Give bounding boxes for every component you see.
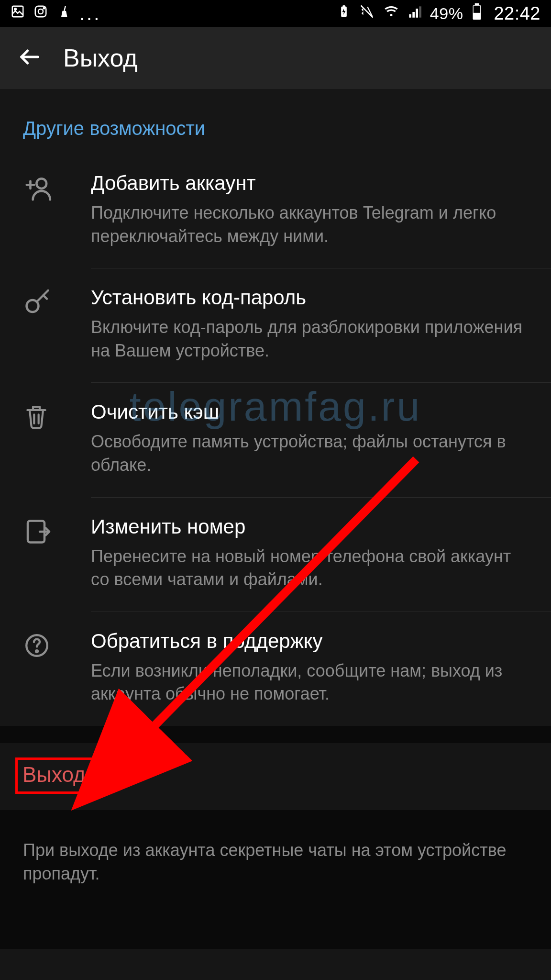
footer: При выходе из аккаунта секретные чаты на… xyxy=(0,810,551,949)
footer-note: При выходе из аккаунта секретные чаты на… xyxy=(0,810,551,885)
item-passcode[interactable]: Установить код-пароль Включите код-парол… xyxy=(0,268,551,382)
item-title: Изменить номер xyxy=(91,515,532,538)
battery-percentage: 49% xyxy=(430,4,463,23)
logout-row[interactable]: Выход xyxy=(0,743,551,810)
item-change-number[interactable]: Изменить номер Перенесите на новый номер… xyxy=(0,497,551,612)
item-title: Очистить кэш xyxy=(91,401,532,423)
app-bar: Выход xyxy=(0,27,551,89)
options-list: Добавить аккаунт Подключите несколько ак… xyxy=(0,154,551,726)
section-divider xyxy=(0,726,551,743)
item-add-account[interactable]: Добавить аккаунт Подключите несколько ак… xyxy=(0,154,551,268)
svg-rect-8 xyxy=(475,3,479,5)
clock: 22:42 xyxy=(494,3,540,24)
status-bar: ... 49% 22:42 xyxy=(0,0,551,27)
svg-point-3 xyxy=(38,9,43,14)
battery-charging-icon xyxy=(337,4,351,22)
swap-icon xyxy=(23,517,52,548)
section-heading: Другие возможности xyxy=(0,89,551,154)
svg-rect-6 xyxy=(343,5,345,7)
item-title: Установить код-пароль xyxy=(91,286,532,309)
item-support[interactable]: Обратиться в поддержку Если возникли неп… xyxy=(0,612,551,726)
wifi-icon xyxy=(383,4,399,22)
item-subtitle: Перенесите на новый номер телефона свой … xyxy=(91,545,532,591)
svg-point-1 xyxy=(14,8,16,10)
trash-icon xyxy=(23,402,50,433)
vibrate-icon xyxy=(359,4,375,22)
svg-point-10 xyxy=(36,178,46,189)
item-subtitle: Если возникли неполадки, сообщите нам; в… xyxy=(91,659,532,706)
page-title: Выход xyxy=(63,44,138,72)
svg-point-14 xyxy=(36,650,38,652)
back-button[interactable] xyxy=(17,45,42,71)
add-user-icon xyxy=(23,174,53,205)
item-subtitle: Включите код-пароль для разблокировки пр… xyxy=(91,316,532,362)
key-icon xyxy=(23,288,52,319)
item-title: Добавить аккаунт xyxy=(91,172,532,195)
logout-button[interactable]: Выход xyxy=(15,757,95,794)
item-subtitle: Освободите память устройства; файлы оста… xyxy=(91,430,532,477)
help-icon xyxy=(23,632,51,661)
cellular-icon xyxy=(408,5,421,22)
item-title: Обратиться в поддержку xyxy=(91,630,532,653)
svg-point-4 xyxy=(44,8,45,9)
instagram-icon xyxy=(33,4,48,22)
item-clear-cache[interactable]: Очистить кэш Освободите память устройств… xyxy=(0,382,551,497)
item-subtitle: Подключите несколько аккаунтов Telegram … xyxy=(91,201,532,248)
battery-icon xyxy=(472,3,482,23)
cleaner-icon xyxy=(56,4,71,22)
svg-rect-9 xyxy=(474,6,480,13)
gallery-icon xyxy=(11,4,25,22)
